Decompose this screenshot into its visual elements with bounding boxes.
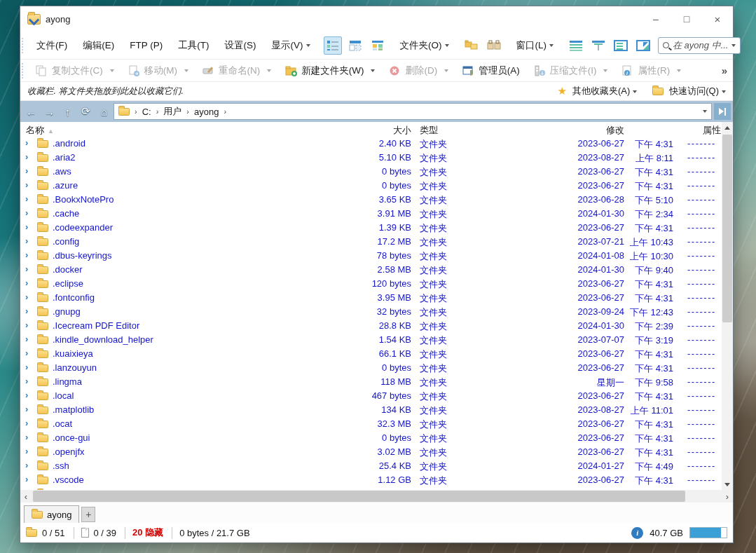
table-row[interactable]: › .vscode 1.12 GB 文件夹 2023-06-27 下午 4:31… — [20, 473, 722, 487]
home-icon[interactable]: ⌂ — [95, 102, 113, 121]
file-name[interactable]: .lanzouyun — [53, 362, 305, 373]
menu-settings[interactable]: 设置(S) — [217, 39, 264, 52]
file-name[interactable]: .eclipse — [53, 278, 305, 289]
file-name[interactable]: .kindle_download_helper — [53, 334, 305, 345]
file-name[interactable]: .openjfx — [53, 446, 305, 457]
scroll-left-icon[interactable]: ‹ — [20, 490, 32, 503]
other-favorites-button[interactable]: 其他收藏夹(A) — [572, 85, 637, 97]
expand-chevron-icon[interactable]: › — [25, 432, 34, 442]
vertical-scrollbar-thumb[interactable] — [722, 135, 732, 322]
search-input[interactable]: 在 ayong 中... — [658, 37, 741, 54]
expand-chevron-icon[interactable]: › — [25, 418, 34, 428]
breadcrumb[interactable]: › C: › 用户 › ayong › — [114, 103, 712, 120]
horizontal-scrollbar-thumb[interactable] — [33, 491, 685, 502]
file-name[interactable]: .fontconfig — [53, 292, 305, 303]
expand-chevron-icon[interactable]: › — [25, 179, 34, 190]
expand-chevron-icon[interactable]: › — [25, 474, 34, 484]
table-row[interactable]: › .matplotlib 134 KB 文件夹 2023-08-27 上午 1… — [20, 403, 722, 417]
file-name[interactable]: .matplotlib — [53, 404, 305, 415]
toolbar-overflow-button[interactable]: » — [722, 64, 727, 76]
column-header-type[interactable]: 类型 — [420, 124, 438, 137]
expand-chevron-icon[interactable]: › — [25, 460, 34, 470]
expand-chevron-icon[interactable]: › — [25, 348, 34, 358]
quick-access-button[interactable]: 快速访问(Q) — [669, 85, 726, 97]
admin-button[interactable]: 管理员(A) — [455, 60, 527, 81]
split-horizontal-icon[interactable] — [567, 36, 585, 55]
toggle-right-panel-button[interactable] — [714, 103, 731, 120]
back-icon[interactable]: ← — [22, 102, 40, 121]
file-name[interactable]: .ssh — [53, 460, 305, 471]
menu-file[interactable]: 文件(F) — [29, 39, 75, 52]
menu-folders[interactable]: 文件夹(O) — [392, 39, 457, 52]
menu-view[interactable]: 显示(V) — [264, 39, 318, 52]
file-name[interactable]: .gnupg — [53, 306, 305, 317]
table-row[interactable]: › .azure 0 bytes 文件夹 2023-06-27 下午 4:31 … — [20, 179, 722, 193]
table-row[interactable]: › .ssh 25.4 KB 文件夹 2024-01-27 下午 4:49 --… — [20, 459, 722, 473]
expand-chevron-icon[interactable]: › — [25, 404, 34, 414]
expand-chevron-icon[interactable]: › — [25, 334, 34, 344]
file-name[interactable]: .kuaixieya — [53, 348, 305, 359]
close-button[interactable]: × — [702, 6, 733, 32]
expand-chevron-icon[interactable]: › — [25, 221, 34, 232]
file-name[interactable]: .BookxNotePro — [53, 194, 305, 205]
expand-chevron-icon[interactable]: › — [25, 278, 34, 288]
file-name[interactable]: .vscode — [53, 475, 305, 485]
table-row[interactable]: › .dbus-keyrings 78 bytes 文件夹 2024-01-08… — [20, 249, 722, 263]
expand-chevron-icon[interactable]: › — [25, 362, 34, 372]
folder-lock-icon[interactable] — [485, 36, 503, 55]
toolbar-grip[interactable] — [22, 63, 26, 78]
copy-files-button[interactable]: 复制文件(C) — [29, 60, 121, 81]
table-row[interactable]: › .once-gui 0 bytes 文件夹 2023-06-27 下午 4:… — [20, 431, 722, 445]
breadcrumb-drive[interactable]: C: — [142, 107, 151, 117]
table-row[interactable]: › .Icecream PDF Editor 28.8 KB 文件夹 2024-… — [20, 319, 722, 333]
column-header-attributes[interactable]: 属性 — [679, 124, 721, 137]
table-row[interactable]: › .local 467 bytes 文件夹 2023-06-27 下午 4:3… — [20, 389, 722, 403]
expand-chevron-icon[interactable]: › — [25, 207, 34, 218]
refresh-icon[interactable]: ⟳ — [77, 102, 95, 121]
expand-chevron-icon[interactable]: › — [25, 446, 34, 456]
expand-chevron-icon[interactable]: › — [25, 250, 34, 260]
file-name[interactable]: .Icecream PDF Editor — [53, 320, 305, 331]
menu-edit[interactable]: 编辑(E) — [75, 39, 122, 52]
scroll-down-icon[interactable] — [722, 479, 733, 490]
file-name[interactable]: .android — [53, 138, 305, 149]
list-view-icon[interactable] — [346, 36, 364, 55]
column-header-name[interactable]: 名称▲ — [26, 124, 54, 137]
expand-chevron-icon[interactable]: › — [25, 320, 34, 330]
table-row[interactable]: › .gnupg 32 bytes 文件夹 2023-09-24 下午 12:4… — [20, 305, 722, 319]
file-name[interactable]: .aws — [53, 166, 305, 177]
table-row[interactable]: › .kindle_download_helper 1.54 KB 文件夹 20… — [20, 333, 722, 347]
new-folder-button[interactable]: 新建文件夹(W) — [278, 60, 382, 81]
table-row[interactable]: › .eclipse 120 bytes 文件夹 2023-06-27 下午 4… — [20, 277, 722, 291]
properties-button[interactable]: i 属性(R) — [614, 60, 688, 81]
toolbar-grip[interactable] — [22, 38, 26, 53]
table-row[interactable]: › .docker 2.58 MB 文件夹 2024-01-30 下午 9:40… — [20, 263, 722, 277]
expand-chevron-icon[interactable]: › — [25, 151, 34, 162]
expand-chevron-icon[interactable]: › — [25, 292, 34, 302]
compress-button[interactable]: 压缩文件(I) — [527, 60, 615, 81]
details-view-icon[interactable] — [324, 36, 342, 55]
chevron-down-icon[interactable] — [703, 110, 707, 113]
breadcrumb-ayong[interactable]: ayong — [194, 107, 219, 117]
scroll-right-icon[interactable]: › — [722, 490, 733, 503]
expand-chevron-icon[interactable]: › — [25, 235, 34, 246]
horizontal-scrollbar[interactable]: ‹ › — [20, 490, 733, 503]
table-row[interactable]: › .aria2 5.10 KB 文件夹 2023-08-27 上午 8:11 … — [20, 151, 722, 165]
table-row[interactable]: › .android 2.40 KB 文件夹 2023-06-27 下午 4:3… — [20, 137, 722, 151]
file-name[interactable]: .dbus-keyrings — [53, 250, 305, 261]
file-name[interactable]: .once-gui — [53, 432, 305, 443]
file-name[interactable]: .aria2 — [53, 152, 305, 163]
breadcrumb-users[interactable]: 用户 — [163, 105, 181, 118]
expand-chevron-icon[interactable]: › — [25, 390, 34, 400]
file-name[interactable]: .local — [53, 390, 305, 401]
expand-chevron-icon[interactable]: › — [25, 165, 34, 176]
split-vertical-icon[interactable] — [589, 36, 607, 55]
maximize-button[interactable]: □ — [671, 6, 702, 32]
table-row[interactable]: › .codeexpander 1.39 KB 文件夹 2023-06-27 下… — [20, 221, 722, 235]
rename-button[interactable]: 重命名(N) — [195, 60, 278, 81]
table-row[interactable]: › .BookxNotePro 3.65 KB 文件夹 2023-06-28 下… — [20, 193, 722, 207]
file-name[interactable]: .docker — [53, 264, 305, 275]
forward-icon[interactable]: → — [41, 102, 58, 121]
scroll-up-icon[interactable] — [722, 122, 733, 133]
move-button[interactable]: 移动(M) — [121, 60, 195, 81]
